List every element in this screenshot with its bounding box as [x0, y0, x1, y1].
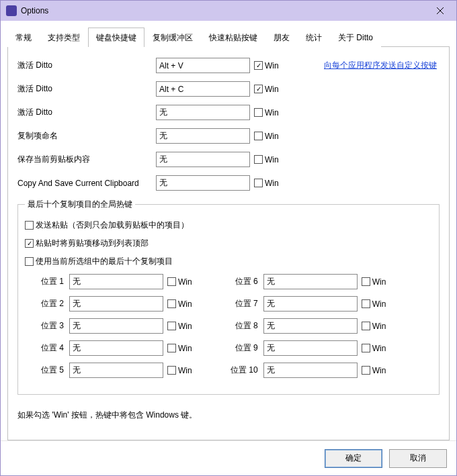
checkbox-icon[interactable] [167, 322, 176, 330]
group-legend: 最后十个复制项目的全局热键 [25, 199, 135, 210]
win-checkbox[interactable]: Win [167, 277, 192, 287]
checkbox-icon[interactable] [25, 221, 34, 230]
last-ten-group: 最后十个复制项目的全局热键 发送粘贴（否则只会加载剪贴板中的项目） 粘贴时将剪贴… [17, 199, 440, 395]
checkbox-icon[interactable] [167, 299, 176, 308]
win-checkbox[interactable]: Win [167, 366, 192, 375]
position-label: 位置 5 [25, 365, 69, 376]
position-label: 位置 3 [25, 320, 69, 332]
dialog-footer: 确定 取消 [1, 440, 456, 475]
cancel-button[interactable]: 取消 [389, 449, 447, 468]
win-checkbox[interactable]: Win [167, 299, 192, 309]
win-checkbox[interactable]: Win [254, 132, 279, 141]
opt-move-to-top[interactable]: 粘贴时将剪贴项移动到列表顶部 [25, 238, 432, 249]
checkbox-icon[interactable] [254, 61, 263, 70]
position-input[interactable] [69, 274, 163, 289]
tab[interactable]: 支持类型 [40, 28, 88, 47]
hotkey-label: 激活 Ditto [17, 107, 156, 118]
position-label: 位置 7 [219, 298, 263, 310]
position-input[interactable] [69, 318, 163, 334]
position-row: 位置 3Win [25, 318, 192, 334]
ok-button[interactable]: 确定 [325, 449, 382, 468]
win-checkbox[interactable]: Win [167, 344, 192, 353]
checkbox-icon[interactable] [254, 132, 263, 140]
checkbox-icon[interactable] [254, 85, 263, 93]
opt-send-paste[interactable]: 发送粘贴（否则只会加载剪贴板中的项目） [25, 220, 432, 231]
hotkey-input[interactable] [156, 128, 250, 144]
hotkey-input[interactable] [156, 105, 250, 120]
position-input[interactable] [263, 340, 358, 356]
checkbox-icon[interactable] [25, 257, 34, 266]
position-label: 位置 2 [25, 298, 69, 310]
position-input[interactable] [69, 340, 163, 356]
tab[interactable]: 快速粘贴按键 [201, 28, 265, 47]
win-label: Win [265, 61, 279, 70]
win-key-note: 如果勾选 'Win' 按钮，热键中将包含 Windows 键。 [17, 410, 440, 421]
win-checkbox[interactable]: Win [362, 322, 386, 331]
position-label: 位置 1 [25, 276, 69, 287]
positions-col-left: 位置 1Win位置 2Win位置 3Win位置 4Win位置 5Win [25, 274, 192, 385]
hotkey-input[interactable] [156, 81, 250, 97]
position-label: 位置 9 [219, 342, 263, 354]
checkbox-icon[interactable] [25, 239, 34, 248]
custom-keys-link[interactable]: 向每个应用程序发送自定义按键 [324, 60, 437, 71]
win-label: Win [178, 277, 192, 287]
win-label: Win [265, 179, 279, 188]
options-window: Options 常规支持类型键盘快捷键复制缓冲区快速粘贴按键朋友统计关于 Dit… [0, 0, 457, 476]
position-input[interactable] [263, 296, 358, 312]
position-input[interactable] [69, 296, 163, 312]
win-checkbox[interactable]: Win [362, 366, 386, 375]
checkbox-icon[interactable] [167, 344, 176, 352]
tab[interactable]: 常规 [7, 28, 40, 47]
checkbox-icon[interactable] [167, 366, 176, 375]
hotkey-input[interactable] [156, 152, 250, 167]
win-label: Win [372, 366, 386, 375]
checkbox-icon[interactable] [167, 277, 176, 286]
position-input[interactable] [263, 318, 358, 334]
position-input[interactable] [263, 274, 358, 289]
hotkey-row: 激活 DittoWin向每个应用程序发送自定义按键 [17, 58, 440, 73]
position-label: 位置 6 [219, 276, 263, 287]
hotkey-row: 激活 DittoWin [17, 81, 440, 97]
win-label: Win [265, 155, 279, 164]
position-row: 位置 4Win [25, 340, 192, 356]
checkbox-icon[interactable] [254, 108, 263, 117]
win-checkbox[interactable]: Win [254, 108, 279, 117]
opt-label: 粘贴时将剪贴项移动到列表顶部 [36, 238, 149, 249]
tab[interactable]: 统计 [298, 28, 330, 47]
tab[interactable]: 复制缓冲区 [144, 28, 201, 47]
win-label: Win [178, 344, 192, 353]
win-checkbox[interactable]: Win [362, 344, 386, 353]
checkbox-icon[interactable] [362, 299, 370, 308]
hotkey-input[interactable] [156, 58, 250, 73]
tab[interactable]: 键盘快捷键 [88, 28, 144, 47]
win-checkbox[interactable]: Win [254, 61, 279, 70]
win-checkbox[interactable]: Win [362, 299, 386, 309]
checkbox-icon[interactable] [362, 344, 370, 352]
win-checkbox[interactable]: Win [362, 277, 386, 287]
tab[interactable]: 朋友 [265, 28, 298, 47]
checkbox-icon[interactable] [254, 155, 263, 164]
hotkey-input[interactable] [156, 175, 250, 191]
position-label: 位置 4 [25, 342, 69, 354]
position-label: 位置 8 [219, 320, 263, 332]
checkbox-icon[interactable] [254, 179, 263, 187]
close-button[interactable] [427, 1, 454, 20]
hotkey-row: 保存当前剪贴板内容Win [17, 152, 440, 167]
opt-use-current-group[interactable]: 使用当前所选组中的最后十个复制项目 [25, 256, 432, 267]
position-input[interactable] [263, 363, 358, 378]
win-checkbox[interactable]: Win [254, 155, 279, 164]
app-icon [6, 5, 17, 16]
win-checkbox[interactable]: Win [254, 179, 279, 188]
positions-grid: 位置 1Win位置 2Win位置 3Win位置 4Win位置 5Win 位置 6… [25, 274, 432, 385]
position-label: 位置 10 [219, 365, 263, 376]
win-checkbox[interactable]: Win [167, 322, 192, 331]
hotkey-label: 激活 Ditto [17, 60, 156, 71]
checkbox-icon[interactable] [362, 366, 370, 375]
checkbox-icon[interactable] [362, 322, 370, 330]
position-input[interactable] [69, 363, 163, 378]
tab[interactable]: 关于 Ditto [330, 28, 381, 47]
checkbox-icon[interactable] [362, 277, 370, 286]
positions-col-right: 位置 6Win位置 7Win位置 8Win位置 9Win位置 10Win [219, 274, 386, 385]
win-checkbox[interactable]: Win [254, 85, 279, 94]
hotkey-label: 保存当前剪贴板内容 [17, 154, 156, 165]
